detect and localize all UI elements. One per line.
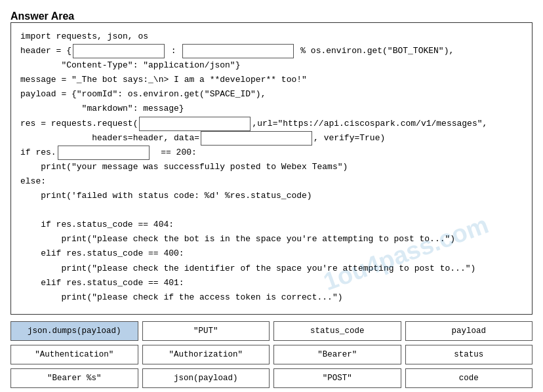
option-status[interactable]: status <box>405 345 533 364</box>
option-bearer-pct-s[interactable]: "Bearer %s" <box>10 368 138 388</box>
input-data[interactable] <box>201 131 312 146</box>
code-line-5a: payload = {"roomId": os.environ.get("SPA… <box>20 87 523 102</box>
code-text: message = "_The bot says:_\n> I am a **d… <box>20 73 307 87</box>
code-text: "Content-Type": "application/json"} <box>20 58 240 73</box>
code-line-3: "Content-Type": "application/json"} <box>20 58 523 73</box>
option-post[interactable]: "POST" <box>273 368 401 388</box>
code-line-11: print('failed with status code: %d' %res… <box>20 189 523 203</box>
code-line-4: message = "_The bot says:_\n> I am a **d… <box>20 73 523 87</box>
input-method[interactable] <box>139 117 251 131</box>
option-put[interactable]: "PUT" <box>142 321 270 341</box>
code-text: ,url="https://api.ciscospark.com/v1/mess… <box>252 117 487 131</box>
input-header-value[interactable] <box>182 44 294 58</box>
code-text: == 200: <box>151 146 197 160</box>
code-line-8: if res. == 200: <box>20 146 523 160</box>
code-line-14: print("please check the bot is in the sp… <box>20 232 523 246</box>
code-text: else: <box>20 174 46 189</box>
code-line-10: else: <box>20 174 523 189</box>
input-header-key[interactable] <box>73 44 165 58</box>
code-line-17: elif res.status_code == 401: <box>20 276 523 290</box>
option-json-dumps-payload[interactable]: json.dumps(payload) <box>10 321 138 341</box>
option-code[interactable]: code <box>405 368 533 388</box>
option-status-code[interactable]: status_code <box>273 321 401 341</box>
code-line-1: import requests, json, os <box>20 29 523 44</box>
code-text <box>20 203 26 218</box>
code-text: % os.environ.get("BOT_TOKEN"), <box>295 44 454 58</box>
option-authorization[interactable]: "Authorization" <box>142 345 270 364</box>
input-status[interactable] <box>58 146 150 160</box>
code-line-13: if res.status_code == 404: <box>20 218 523 232</box>
code-text: print("your message was successfully pos… <box>20 160 348 174</box>
code-text: import requests, json, os <box>20 29 148 44</box>
code-line-16: print("please check the identifier of th… <box>20 262 523 276</box>
code-text: print("please check the identifier of th… <box>20 262 475 276</box>
option-json-payload[interactable]: json(payload) <box>142 368 270 388</box>
code-text: , verify=True) <box>313 131 385 146</box>
code-text: res = requests.request( <box>20 117 138 131</box>
code-line-15: elif res.status_code == 400: <box>20 246 523 261</box>
code-text: if res. <box>20 146 56 160</box>
code-text: if res.status_code == 404: <box>20 218 174 232</box>
code-text: print('failed with status code: %d' %res… <box>20 189 312 203</box>
code-line-2: header = { : % os.environ.get("BOT_TOKEN… <box>20 44 523 58</box>
code-text: payload = {"roomId": os.environ.get("SPA… <box>20 87 266 102</box>
option-bearer[interactable]: "Bearer" <box>273 345 401 364</box>
options-grid: json.dumps(payload) "PUT" status_code pa… <box>10 321 533 388</box>
code-text: print("please check if the access token … <box>20 290 342 305</box>
code-text: elif res.status_code == 400: <box>20 246 184 261</box>
page-title: Answer Area <box>10 10 533 22</box>
code-text: : <box>166 44 181 58</box>
code-text: "markdown": message} <box>20 102 184 116</box>
code-text: elif res.status_code == 401: <box>20 276 184 290</box>
code-line-18: print("please check if the access token … <box>20 290 523 305</box>
code-line-6: res = requests.request( ,url="https://ap… <box>20 117 523 131</box>
code-line-7: headers=header, data= , verify=True) <box>20 131 523 146</box>
option-authentication[interactable]: "Authentication" <box>10 345 138 364</box>
code-text: print("please check the bot is in the sp… <box>20 232 455 246</box>
code-text: headers=header, data= <box>20 131 199 146</box>
answer-area: import requests, json, os header = { : %… <box>10 22 533 315</box>
code-line-5b: "markdown": message} <box>20 102 523 116</box>
code-line-9: print("your message was successfully pos… <box>20 160 523 174</box>
code-line-blank <box>20 203 523 218</box>
code-text: header = { <box>20 44 71 58</box>
option-payload[interactable]: payload <box>405 321 533 341</box>
